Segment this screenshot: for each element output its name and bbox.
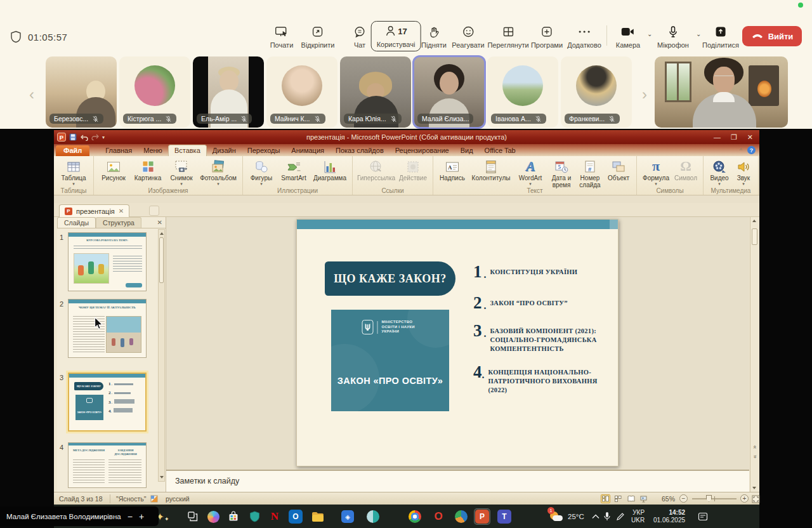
collapse-ribbon-chevron[interactable]: ^: [740, 147, 742, 154]
screenshot-button[interactable]: Снимок▾: [166, 158, 197, 186]
normal-view-button[interactable]: [601, 494, 610, 503]
date-time-button[interactable]: 5 Дата и время: [547, 158, 576, 188]
tab-insert[interactable]: Вставка: [168, 145, 207, 156]
mic-options-chevron[interactable]: ⌄: [696, 30, 701, 37]
tray-expand-chevron[interactable]: [592, 505, 599, 528]
participant-video[interactable]: Іванова А...: [487, 56, 558, 128]
participant-video[interactable]: Майнич К...: [266, 56, 337, 128]
language-indicator[interactable]: русский: [166, 495, 190, 503]
tab-animations[interactable]: Анимация: [285, 145, 330, 156]
more-button[interactable]: Додатково: [567, 24, 601, 49]
close-document-tab-icon[interactable]: ✕: [119, 208, 124, 214]
teams-icon[interactable]: T: [496, 508, 513, 525]
scroll-down-arrow[interactable]: [752, 487, 756, 489]
clipart-button[interactable]: Картинка: [130, 158, 166, 182]
slideshow-view-button[interactable]: [639, 494, 648, 503]
chrome-icon[interactable]: [407, 508, 423, 525]
participant-video[interactable]: Березовс...: [46, 56, 117, 128]
opera-icon[interactable]: O: [430, 508, 447, 525]
slide-area-scrollbar[interactable]: « «: [750, 217, 759, 492]
slide[interactable]: ЩО КАЖЕ ЗАКОН? МІНІСТЕРСТВО ОСВІТИ І НАУ…: [296, 219, 619, 466]
tab-view[interactable]: Вид: [455, 145, 479, 156]
smartart-button[interactable]: SmartArt: [277, 158, 311, 182]
wordart-button[interactable]: A WordArt▾: [514, 158, 547, 186]
tab-slides[interactable]: Слайды: [57, 217, 96, 228]
host-video[interactable]: [655, 56, 788, 128]
scroll-up-arrow[interactable]: [160, 232, 164, 235]
clock[interactable]: 14:5201.06.2025: [653, 505, 685, 528]
unpin-button[interactable]: Відкріпити: [301, 24, 335, 49]
pane-scrollbar[interactable]: [158, 229, 165, 482]
share-button[interactable]: Поділитися: [702, 24, 739, 49]
tab-outline[interactable]: Структура: [96, 217, 141, 228]
next-slide-button[interactable]: «: [752, 453, 758, 461]
undo-icon[interactable]: [80, 134, 88, 141]
copilot-app-icon[interactable]: [205, 508, 221, 525]
tab-review[interactable]: Рецензирование: [390, 145, 455, 156]
scroll-down-arrow[interactable]: [160, 476, 164, 478]
participant-video[interactable]: Франкеви...: [561, 56, 632, 128]
strip-prev-chevron[interactable]: ‹: [29, 86, 34, 103]
tab-file[interactable]: Файл: [56, 145, 89, 156]
participant-video[interactable]: Кістрюга ...: [119, 56, 190, 128]
tab-home[interactable]: Главная: [100, 145, 138, 156]
tab-slideshow[interactable]: Показ слайдов: [330, 145, 390, 156]
participant-video-active[interactable]: Малай Єлиза...: [414, 56, 485, 128]
qat-customize-icon[interactable]: ▾: [102, 135, 105, 140]
tab-transitions[interactable]: Переходы: [242, 145, 286, 156]
minimize-button[interactable]: —: [714, 133, 721, 141]
slide-thumbnail-1[interactable]: 1 КУРСОВА РОБОТА НА ТЕМУ:: [60, 232, 147, 291]
shapes-button[interactable]: Фигуры▾: [246, 158, 277, 186]
redo-icon[interactable]: [91, 134, 99, 140]
outlook-icon[interactable]: O: [287, 508, 304, 525]
scroll-thumb[interactable]: [159, 237, 164, 283]
video-button[interactable]: Видео▾: [707, 158, 732, 186]
tab-menu[interactable]: Меню: [138, 145, 168, 156]
leave-button[interactable]: Вийти: [742, 26, 802, 46]
save-icon[interactable]: [69, 133, 77, 141]
microsoft-store-icon[interactable]: [225, 508, 242, 525]
fit-to-window-button[interactable]: [752, 495, 760, 503]
photo-album-button[interactable]: Фотоальбом▾: [197, 158, 239, 186]
zoom-slider[interactable]: [692, 498, 737, 499]
windows-security-icon[interactable]: [246, 508, 263, 525]
tray-microphone-icon[interactable]: [603, 505, 611, 528]
close-pane-icon[interactable]: ✕: [157, 219, 162, 226]
picture-button[interactable]: Рисунок: [97, 158, 130, 182]
chart-button[interactable]: Диаграмма: [311, 158, 349, 182]
scroll-up-arrow[interactable]: [752, 220, 756, 222]
react-button[interactable]: Реагувати: [452, 24, 484, 49]
title-bar[interactable]: P ▾ презентація - Microsoft PowerPoint (…: [54, 130, 759, 144]
camera-options-chevron[interactable]: ⌄: [647, 30, 652, 37]
taskbar-app-icon[interactable]: ◈: [339, 508, 356, 525]
camera-button[interactable]: Камера: [616, 24, 640, 49]
new-document-tab-button[interactable]: [149, 206, 159, 216]
taskbar-app-icon[interactable]: [365, 508, 381, 525]
close-button[interactable]: ✕: [747, 133, 753, 142]
raise-hand-button[interactable]: Підняти: [421, 24, 447, 49]
powerpoint-taskbar-icon-active[interactable]: P: [474, 508, 490, 525]
reading-view-button[interactable]: [626, 494, 636, 503]
zoom-out-button[interactable]: −: [679, 494, 688, 503]
restore-button[interactable]: ❐: [731, 133, 737, 142]
strip-next-chevron[interactable]: ›: [642, 86, 647, 103]
zoom-in-button[interactable]: +: [740, 494, 749, 503]
tab-design[interactable]: Дизайн: [207, 145, 242, 156]
textbox-button[interactable]: A Надпись: [436, 158, 468, 182]
language-switcher[interactable]: УКРUKR: [631, 505, 645, 528]
notification-center-icon[interactable]: [698, 505, 708, 528]
tab-office-tab[interactable]: Office Tab: [479, 145, 521, 156]
participants-button[interactable]: 17 Користувачі: [371, 21, 421, 51]
document-tab[interactable]: P презентація ✕: [59, 204, 129, 217]
slide-number-button[interactable]: # Номер слайда: [576, 158, 604, 188]
file-explorer-icon[interactable]: [310, 508, 326, 525]
help-icon[interactable]: ?: [747, 146, 756, 154]
view-button[interactable]: Переглянути: [487, 24, 528, 49]
task-view-icon[interactable]: [185, 508, 201, 525]
equation-button[interactable]: π Формула▾: [640, 158, 672, 186]
tray-pen-icon[interactable]: [616, 505, 625, 528]
zoom-slider-handle[interactable]: [706, 495, 712, 502]
taskbar-app-icon[interactable]: [453, 508, 469, 525]
scroll-thumb[interactable]: [752, 228, 757, 245]
minimize-tag-button[interactable]: −: [128, 512, 133, 522]
